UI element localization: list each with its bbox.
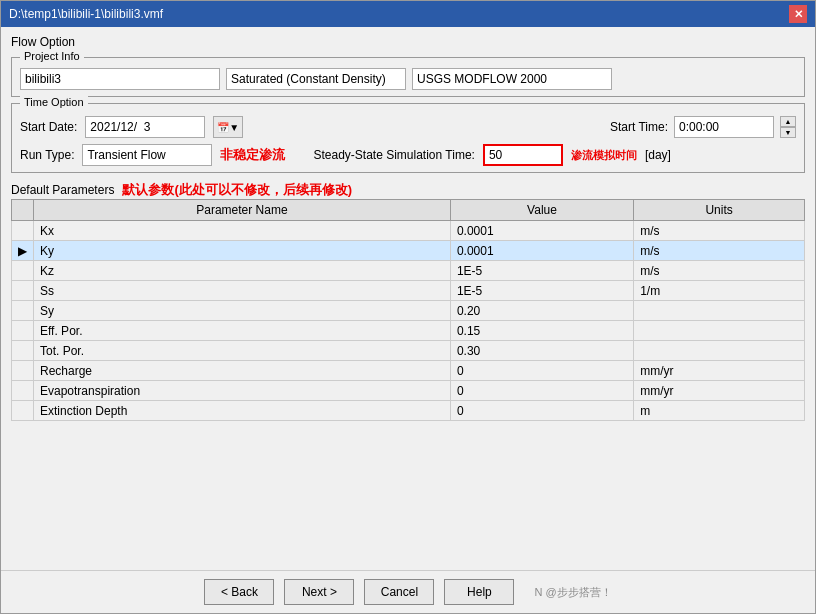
table-row[interactable]: Eff. Por. 0.15 — [12, 321, 805, 341]
param-value-cell[interactable]: 0 — [450, 361, 633, 381]
table-row[interactable]: Evapotranspiration 0 mm/yr — [12, 381, 805, 401]
start-date-input[interactable] — [85, 116, 205, 138]
default-params-header: Default Parameters 默认参数(此处可以不修改，后续再修改) — [11, 181, 805, 199]
project-info-row — [20, 68, 796, 90]
param-name-cell: Extinction Depth — [34, 401, 451, 421]
cancel-button[interactable]: Cancel — [364, 579, 434, 605]
main-window: D:\temp1\bilibili-1\bilibili3.vmf ✕ Flow… — [0, 0, 816, 614]
param-name-cell: Kx — [34, 221, 451, 241]
calendar-icon: 📅▼ — [217, 122, 239, 133]
steady-state-input[interactable] — [483, 144, 563, 166]
param-value-cell[interactable]: 0 — [450, 401, 633, 421]
content-area: Flow Option Project Info Time Option Sta… — [1, 27, 815, 570]
project-info-title: Project Info — [20, 50, 84, 62]
project-info-group: Project Info — [11, 57, 805, 97]
time-spin-up[interactable]: ▲ — [780, 116, 796, 127]
param-value-cell[interactable]: 0.20 — [450, 301, 633, 321]
row-indicator — [12, 221, 34, 241]
start-date-label: Start Date: — [20, 120, 77, 134]
table-row[interactable]: Recharge 0 mm/yr — [12, 361, 805, 381]
param-name-cell: Ky — [34, 241, 451, 261]
param-units-cell — [634, 321, 805, 341]
table-row[interactable]: Kz 1E-5 m/s — [12, 261, 805, 281]
close-button[interactable]: ✕ — [789, 5, 807, 23]
table-row[interactable]: Tot. Por. 0.30 — [12, 341, 805, 361]
row-indicator — [12, 381, 34, 401]
value-header: Value — [450, 200, 633, 221]
param-units-cell: 1/m — [634, 281, 805, 301]
watermark: N @步步搭营！ — [534, 585, 611, 600]
time-spinner: ▲ ▼ — [780, 116, 796, 138]
flow-option-label: Flow Option — [11, 35, 805, 49]
run-type-annotation: 非稳定渗流 — [220, 146, 285, 164]
table-row[interactable]: Sy 0.20 — [12, 301, 805, 321]
param-units-cell: m/s — [634, 241, 805, 261]
row-indicator — [12, 401, 34, 421]
footer: < Back Next > Cancel Help N @步步搭营！ — [1, 570, 815, 613]
time-row-2: Run Type: 非稳定渗流 Steady-State Simulation … — [20, 144, 796, 166]
time-spin-down[interactable]: ▼ — [780, 127, 796, 138]
solver-input[interactable] — [412, 68, 612, 90]
param-units-cell: m — [634, 401, 805, 421]
table-row[interactable]: Kx 0.0001 m/s — [12, 221, 805, 241]
row-indicator — [12, 361, 34, 381]
param-units-cell — [634, 301, 805, 321]
param-name-cell: Ss — [34, 281, 451, 301]
indicator-col-header — [12, 200, 34, 221]
row-indicator — [12, 341, 34, 361]
table-row[interactable]: Extinction Depth 0 m — [12, 401, 805, 421]
time-option-title: Time Option — [20, 96, 88, 108]
run-type-input[interactable] — [82, 144, 212, 166]
time-row-1: Start Date: 📅▼ Start Time: ▲ ▼ — [20, 116, 796, 138]
simulation-type-input[interactable] — [226, 68, 406, 90]
calendar-button[interactable]: 📅▼ — [213, 116, 243, 138]
start-time-label: Start Time: — [610, 120, 668, 134]
window-title: D:\temp1\bilibili-1\bilibili3.vmf — [9, 7, 163, 21]
table-row[interactable]: ▶ Ky 0.0001 m/s — [12, 241, 805, 261]
back-button[interactable]: < Back — [204, 579, 274, 605]
next-button[interactable]: Next > — [284, 579, 354, 605]
steady-state-annotation: 渗流模拟时间 — [571, 148, 637, 163]
param-value-cell[interactable]: 1E-5 — [450, 261, 633, 281]
param-name-cell: Recharge — [34, 361, 451, 381]
row-indicator — [12, 261, 34, 281]
param-value-cell[interactable]: 0 — [450, 381, 633, 401]
param-value-cell[interactable]: 0.0001 — [450, 241, 633, 261]
row-indicator — [12, 301, 34, 321]
default-params-label: Default Parameters — [11, 183, 114, 197]
param-units-cell — [634, 341, 805, 361]
default-params-section: Default Parameters 默认参数(此处可以不修改，后续再修改) P… — [11, 179, 805, 421]
table-row[interactable]: Ss 1E-5 1/m — [12, 281, 805, 301]
steady-state-label: Steady-State Simulation Time: — [313, 148, 474, 162]
project-name-input[interactable] — [20, 68, 220, 90]
param-value-cell[interactable]: 0.30 — [450, 341, 633, 361]
param-value-cell[interactable]: 0.0001 — [450, 221, 633, 241]
param-units-cell: m/s — [634, 261, 805, 281]
param-units-cell: mm/yr — [634, 361, 805, 381]
day-label: [day] — [645, 148, 671, 162]
row-indicator — [12, 281, 34, 301]
start-time-input[interactable] — [674, 116, 774, 138]
help-button[interactable]: Help — [444, 579, 514, 605]
param-name-cell: Tot. Por. — [34, 341, 451, 361]
time-option-group: Time Option Start Date: 📅▼ Start Time: ▲… — [11, 103, 805, 173]
title-bar: D:\temp1\bilibili-1\bilibili3.vmf ✕ — [1, 1, 815, 27]
default-params-annotation: 默认参数(此处可以不修改，后续再修改) — [122, 181, 352, 199]
row-indicator — [12, 321, 34, 341]
param-name-cell: Sy — [34, 301, 451, 321]
start-time-section: Start Time: ▲ ▼ — [610, 116, 796, 138]
time-option-content: Start Date: 📅▼ Start Time: ▲ ▼ — [20, 116, 796, 166]
params-table: Parameter Name Value Units Kx 0.0001 m/s… — [11, 199, 805, 421]
row-indicator: ▶ — [12, 241, 34, 261]
run-type-label: Run Type: — [20, 148, 74, 162]
param-name-cell: Kz — [34, 261, 451, 281]
param-name-cell: Eff. Por. — [34, 321, 451, 341]
param-value-cell[interactable]: 0.15 — [450, 321, 633, 341]
param-name-cell: Evapotranspiration — [34, 381, 451, 401]
param-units-cell: mm/yr — [634, 381, 805, 401]
units-header: Units — [634, 200, 805, 221]
param-units-cell: m/s — [634, 221, 805, 241]
param-name-header: Parameter Name — [34, 200, 451, 221]
param-value-cell[interactable]: 1E-5 — [450, 281, 633, 301]
